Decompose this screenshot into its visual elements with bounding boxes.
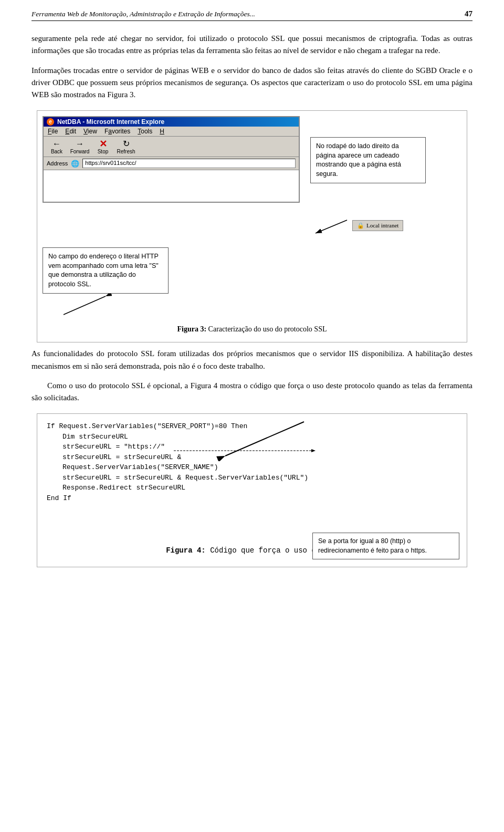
arrow-area: 🔒 Local intranet	[310, 215, 403, 236]
figure4-caption-bold: Figura 4:	[166, 546, 206, 555]
stop-label: Stop	[98, 149, 109, 154]
paragraph-3: Informações trocadas entre o servidor de…	[32, 65, 472, 101]
body-text-block: seguramente pela rede até chegar no serv…	[32, 33, 472, 101]
paragraph-5: As funcionalidades do protocolo SSL fora…	[32, 348, 472, 372]
code-line-1: If Request.ServerVariables("SERVER_PORT"…	[47, 421, 457, 432]
figure3-caption-text: Caracterização do uso do protocolo SSL	[206, 325, 327, 333]
figure3-caption-bold: Figura 3:	[177, 325, 207, 333]
svg-line-3	[64, 296, 106, 315]
refresh-button[interactable]: ↻ Refresh	[116, 139, 136, 154]
refresh-icon: ↻	[123, 139, 130, 149]
lock-icon: 🔒	[357, 222, 364, 229]
address-input[interactable]: https://srv011sc/tcc/	[82, 159, 296, 168]
browser-simulation: e NetDBA - Microsoft Internet Explore Fi…	[43, 116, 300, 203]
stop-button[interactable]: ✕ Stop	[93, 139, 113, 154]
back-label: Back	[51, 149, 62, 154]
page-header: Ferramenta Web de Monitoração, Administr…	[32, 9, 472, 21]
back-icon: ←	[52, 139, 61, 149]
back-button[interactable]: ← Back	[47, 139, 67, 154]
code-line-6: strSecureURL = strSecureURL & Request.Se…	[47, 473, 457, 483]
menu-edit[interactable]: Edit	[65, 128, 76, 135]
header-page: 47	[465, 9, 472, 18]
figure3-inner: e NetDBA - Microsoft Internet Explore Fi…	[43, 116, 461, 236]
callout-right: No rodapé do lado direito da página apar…	[310, 137, 426, 183]
menu-view[interactable]: View	[83, 128, 97, 135]
menu-favorites[interactable]: Favorites	[104, 128, 130, 135]
browser-icon: e	[47, 118, 54, 126]
menu-tools[interactable]: Tools	[138, 128, 152, 135]
forward-label: Forward	[70, 149, 90, 154]
browser-titlebar: e NetDBA - Microsoft Internet Explore	[44, 117, 299, 127]
callout-arrow-svg	[53, 294, 116, 320]
code-line-2: Dim strSecureURL	[47, 432, 457, 442]
page-container: Ferramenta Web de Monitoração, Administr…	[0, 0, 504, 832]
browser-content	[44, 170, 299, 202]
paragraph-1: seguramente pela rede até chegar no serv…	[32, 33, 472, 57]
figure3-box: e NetDBA - Microsoft Internet Explore Fi…	[37, 110, 467, 342]
figure4-box: If Request.ServerVariables("SERVER_PORT"…	[37, 413, 467, 567]
stop-icon: ✕	[99, 139, 107, 149]
refresh-label: Refresh	[117, 149, 135, 154]
forward-icon: →	[76, 139, 84, 149]
browser-toolbar: ← Back → Forward ✕ Stop ↻ Refresh	[44, 137, 299, 157]
figure3-bottom: No campo do endereço o literal HTTP vem …	[43, 241, 461, 320]
address-icon: 🌐	[71, 160, 79, 168]
header-title: Ferramenta Web de Monitoração, Administr…	[32, 10, 255, 18]
forward-button[interactable]: → Forward	[70, 139, 90, 154]
arrow-svg	[310, 215, 352, 236]
address-label: Address	[47, 160, 68, 167]
code-line-4: strSecureURL = strSecureURL &	[47, 452, 457, 463]
callout-bottom-left: No campo do endereço o literal HTTP vem …	[43, 247, 169, 294]
svg-line-1	[316, 220, 347, 233]
browser-title: NetDBA - Microsoft Internet Explore	[57, 118, 164, 126]
code-line-8: End If	[47, 493, 457, 504]
body-text-block2: As funcionalidades do protocolo SSL fora…	[32, 348, 472, 404]
code-block: If Request.ServerVariables("SERVER_PORT"…	[47, 421, 457, 503]
code-line-5: Request.ServerVariables("SERVER_NAME")	[47, 462, 457, 473]
statusbar-text: Local intranet	[366, 222, 398, 228]
code-line-3: strSecureURL = "https://"	[47, 442, 457, 452]
statusbar-icon-box: 🔒 Local intranet	[352, 220, 403, 231]
figure3-caption: Figura 3: Caracterização do uso do proto…	[43, 325, 461, 334]
browser-addressbar: Address 🌐 https://srv011sc/tcc/	[44, 157, 299, 170]
code-line-7: Response.Redirect strSecureURL	[47, 483, 457, 493]
menu-help[interactable]: H	[160, 128, 164, 135]
menu-file[interactable]: File	[48, 128, 58, 135]
paragraph-6: Como o uso do protocolo SSL é opcional, …	[32, 380, 472, 404]
browser-menubar: File Edit View Favorites Tools H	[44, 127, 299, 137]
code-callout: Se a porta for igual a 80 (http) o redir…	[312, 533, 459, 559]
